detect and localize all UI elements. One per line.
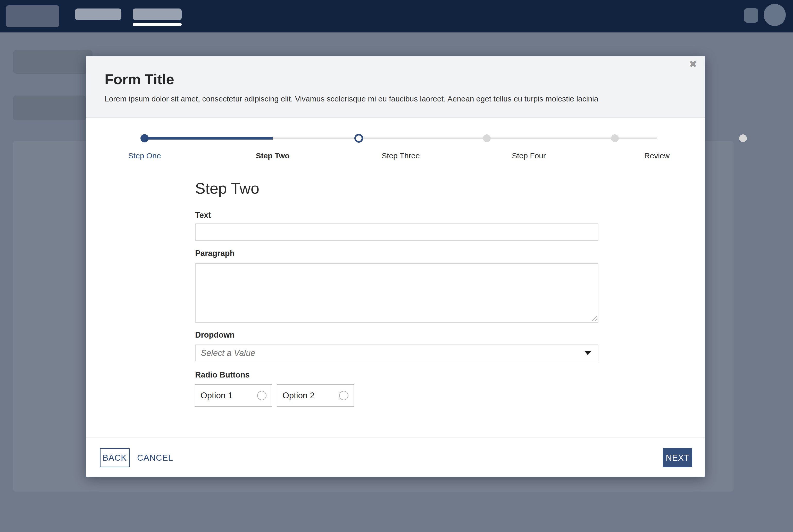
logo-placeholder [6, 5, 59, 27]
active-tab-indicator [133, 23, 182, 26]
cancel-link[interactable]: CANCEL [137, 448, 173, 468]
dropdown-select[interactable]: Select a Value [195, 344, 598, 361]
paragraph-field-label: Paragraph [195, 248, 235, 258]
radio-field-label: Radio Buttons [195, 370, 250, 380]
paragraph-field [195, 263, 598, 323]
radio-option-2-label: Option 2 [282, 391, 315, 400]
step-label-step-two[interactable]: Step Two [232, 151, 314, 161]
chevron-down-icon [584, 351, 591, 355]
stepper-progress [145, 137, 273, 139]
radio-option-1[interactable]: Option 1 [195, 384, 272, 406]
nav-tab-2-active[interactable] [133, 8, 182, 20]
modal-footer: BACK CANCEL NEXT [86, 437, 705, 477]
step-label-review[interactable]: Review [616, 151, 698, 161]
step-dot-step-two[interactable] [354, 134, 363, 142]
radio-option-1-label: Option 1 [201, 391, 233, 400]
modal-description: Lorem ipsum dolor sit amet, consectetur … [105, 94, 692, 104]
radio-button-icon[interactable] [339, 391, 348, 400]
avatar[interactable] [763, 4, 786, 26]
step-dot-step-one[interactable] [141, 134, 149, 142]
step-label-step-one[interactable]: Step One [103, 151, 186, 161]
radio-option-2[interactable]: Option 2 [277, 384, 354, 406]
step-dot-step-four[interactable] [611, 134, 619, 142]
step-label-step-three[interactable]: Step Three [359, 151, 442, 161]
step-dot-review[interactable] [739, 134, 747, 142]
page: ✖ Form Title Lorem ipsum dolor sit amet,… [0, 0, 793, 532]
next-button[interactable]: NEXT [663, 448, 692, 468]
nav-tab-1[interactable] [75, 8, 122, 20]
radio-button-icon[interactable] [257, 391, 266, 400]
step-label-step-four[interactable]: Step Four [487, 151, 570, 161]
paragraph-textarea[interactable] [195, 263, 598, 323]
dropdown-field-label: Dropdown [195, 330, 235, 340]
background-placeholder-1 [13, 50, 93, 74]
text-field-label: Text [195, 210, 211, 220]
form-modal-dialog: ✖ Form Title Lorem ipsum dolor sit amet,… [86, 56, 705, 477]
step-heading: Step Two [195, 179, 259, 198]
modal-title: Form Title [105, 71, 174, 88]
background-placeholder-2 [13, 96, 86, 120]
close-icon[interactable]: ✖ [687, 58, 699, 70]
back-button[interactable]: BACK [100, 448, 130, 468]
modal-header: Form Title Lorem ipsum dolor sit amet, c… [86, 56, 705, 118]
text-input[interactable] [195, 224, 598, 241]
top-navbar [0, 0, 793, 33]
step-dot-step-three[interactable] [483, 134, 491, 142]
dropdown-placeholder: Select a Value [201, 348, 584, 358]
nav-icon-button[interactable] [744, 8, 758, 23]
